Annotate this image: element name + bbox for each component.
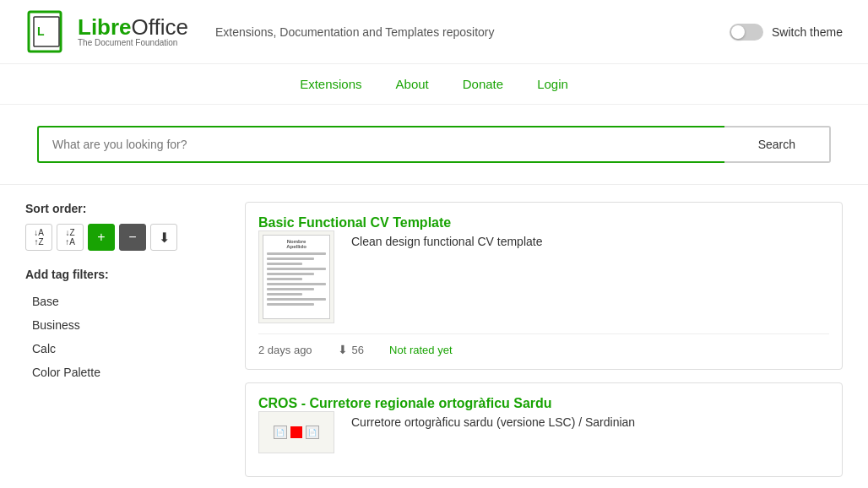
sort-newest-button[interactable]: + [88, 224, 115, 251]
search-button[interactable]: Search [724, 126, 831, 163]
sort-oldest-icon: − [128, 230, 136, 245]
header-tagline: Extensions, Documentation and Templates … [215, 25, 494, 39]
cv-line [267, 288, 314, 290]
result-title-1[interactable]: Basic Functional CV Template [258, 215, 451, 230]
cv-line [267, 303, 314, 306]
thumb-icon-1: 📄 [274, 426, 287, 439]
result-body-1: NombreApellido Clean design f [258, 230, 829, 323]
cv-line [267, 273, 314, 275]
sort-oldest-button[interactable]: − [119, 224, 146, 251]
logo-libre: Libre [78, 14, 132, 40]
sort-downloads-icon: ⬇ [159, 230, 170, 246]
main-nav: Extensions About Donate Login [0, 64, 868, 105]
sort-newest-icon: + [97, 230, 105, 245]
cv-line [267, 252, 326, 255]
tag-business[interactable]: Business [25, 313, 228, 337]
logo-text: LibreOffice The Document Foundation [78, 16, 188, 47]
svg-text:L: L [37, 24, 45, 38]
header: L LibreOffice The Document Foundation Ex… [0, 0, 868, 64]
nav-donate[interactable]: Donate [463, 77, 503, 91]
result-title-2[interactable]: CROS - Curretore regionale ortogràficu S… [258, 396, 552, 410]
main-content: Sort order: ↓A↑Z ↓Z↑A + − ⬇ Add tag filt [0, 185, 868, 488]
theme-toggle-track[interactable] [730, 24, 763, 41]
sort-za-button[interactable]: ↓Z↑A [57, 224, 84, 251]
sort-buttons: ↓A↑Z ↓Z↑A + − ⬇ [25, 224, 228, 251]
tag-calc[interactable]: Calc [25, 337, 228, 361]
cv-line [267, 263, 302, 265]
thumb-icon-2: 📄 [306, 426, 319, 439]
logo-area: L LibreOffice The Document Foundation Ex… [25, 8, 495, 55]
cv-line [267, 293, 302, 296]
sidebar: Sort order: ↓A↑Z ↓Z↑A + − ⬇ Add tag filt [25, 202, 228, 488]
tag-base[interactable]: Base [25, 290, 228, 313]
results-list: Basic Functional CV Template NombreApell… [245, 202, 843, 488]
result-downloads-1: ⬇ 56 [338, 343, 364, 356]
libreoffice-logo-icon: L [25, 8, 68, 55]
search-section: Search [0, 105, 868, 185]
sort-az-icon: ↓A↑Z [34, 228, 44, 247]
cv-preview-name: NombreApellido [267, 239, 326, 249]
result-date-1: 2 days ago [258, 344, 312, 356]
result-description-1: Clean design functional CV template [351, 230, 542, 323]
cv-line [267, 298, 326, 301]
sort-za-icon: ↓Z↑A [65, 228, 75, 247]
sort-order-label: Sort order: [25, 202, 228, 215]
nav-extensions[interactable]: Extensions [300, 77, 361, 91]
flag-icon [290, 426, 302, 438]
theme-toggle-label: Switch theme [772, 25, 843, 39]
result-thumbnail-2: 📄 📄 [258, 411, 334, 453]
result-downloads-count-1: 56 [352, 344, 364, 356]
logo-brand: LibreOffice [78, 16, 188, 38]
cv-line [267, 278, 302, 280]
result-body-2: 📄 📄 Curretore ortogràficu sardu (version… [258, 411, 829, 453]
download-icon: ⬇ [338, 343, 348, 356]
result-description-2: Curretore ortogràficu sardu (versione LS… [351, 411, 635, 453]
search-bar: Search [37, 126, 831, 163]
cv-preview: NombreApellido [263, 235, 330, 319]
tag-color-palette[interactable]: Color Palette [25, 361, 228, 384]
nav-login[interactable]: Login [537, 77, 568, 91]
search-input[interactable] [37, 126, 724, 163]
result-thumbnail-1: NombreApellido [258, 230, 334, 323]
sort-az-button[interactable]: ↓A↑Z [25, 224, 52, 251]
tag-list: Base Business Calc Color Palette [25, 290, 228, 384]
nav-about[interactable]: About [396, 77, 429, 91]
cv-line [267, 283, 326, 285]
result-footer-1: 2 days ago ⬇ 56 Not rated yet [258, 333, 829, 356]
result-rating-1: Not rated yet [389, 344, 452, 356]
logo-sub: The Document Foundation [78, 38, 188, 47]
logo-office: Office [132, 14, 188, 40]
result-card: Basic Functional CV Template NombreApell… [245, 202, 843, 370]
theme-toggle[interactable]: Switch theme [730, 24, 843, 41]
result-card-2: CROS - Curretore regionale ortogràficu S… [245, 382, 843, 477]
cv-line [267, 258, 314, 260]
add-tag-label: Add tag filters: [25, 268, 228, 281]
sort-downloads-button[interactable]: ⬇ [150, 224, 177, 251]
cv-line [267, 268, 326, 270]
theme-toggle-thumb [731, 25, 745, 39]
